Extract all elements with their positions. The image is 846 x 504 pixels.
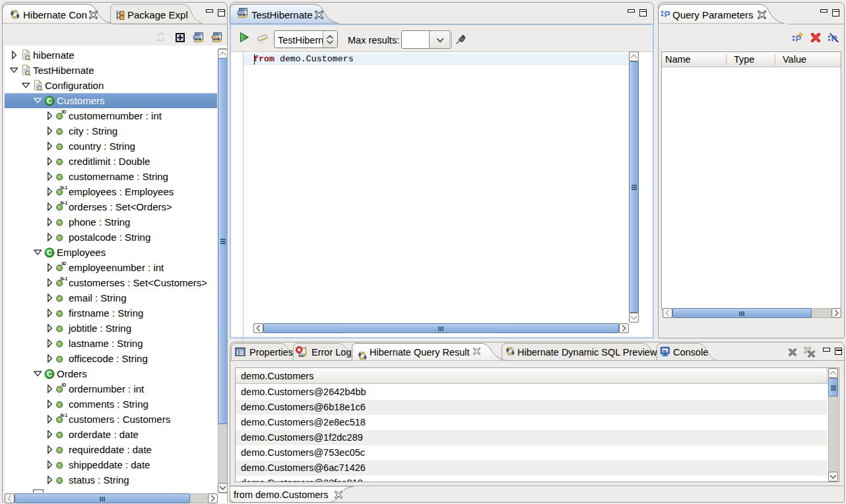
svg-text:N-1: N-1 xyxy=(60,201,67,205)
svg-text:N-1: N-1 xyxy=(60,185,67,190)
svg-text:N-1: N-1 xyxy=(60,413,67,418)
svg-text:ID: ID xyxy=(61,110,66,114)
svg-text:CRI: CRI xyxy=(212,35,219,39)
svg-text:P: P xyxy=(665,9,670,19)
svg-text:ID: ID xyxy=(61,383,66,387)
svg-text:N-1: N-1 xyxy=(60,276,67,281)
svg-text:C: C xyxy=(47,370,52,378)
svg-text:C: C xyxy=(47,249,52,257)
svg-text:C: C xyxy=(47,97,52,105)
svg-text:ID: ID xyxy=(61,261,66,266)
